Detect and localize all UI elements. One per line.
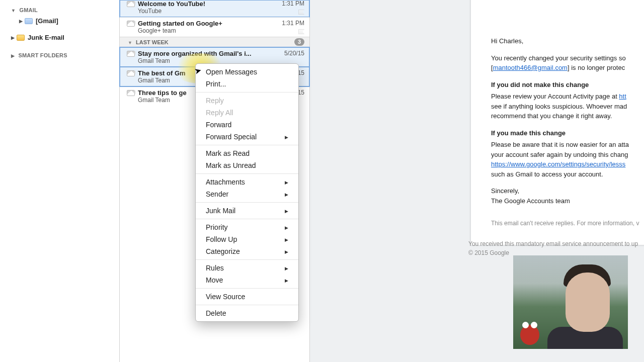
menu-item-priority[interactable]: Priority [196, 221, 298, 233]
message-time: 5/20/15 [280, 50, 304, 57]
chevron-right-icon: ▶ [11, 53, 15, 58]
no-reply-note: This email can't receive replies. For mo… [491, 219, 644, 228]
menu-item-label: Print... [206, 80, 226, 88]
menu-separator [196, 305, 298, 305]
menu-item-label: Forward [206, 121, 231, 129]
chevron-down-icon: ▼ [128, 40, 132, 45]
menu-item-label: Open Messages [206, 68, 257, 76]
menu-separator [196, 173, 298, 174]
menu-separator [196, 202, 298, 203]
message-subject: Stay more organized with Gmail's i... [138, 50, 252, 57]
link[interactable]: htt [619, 93, 626, 100]
list-section-header[interactable]: ▼ LAST WEEK 3 [120, 37, 309, 47]
junk-icon [17, 35, 25, 41]
section-label: SMART FOLDERS [18, 52, 67, 58]
chevron-right-icon [285, 248, 288, 255]
menu-item-categorize[interactable]: Categorize [196, 245, 298, 257]
body-paragraph: Please be aware that it is now easier fo… [491, 140, 644, 179]
menu-item-attachments[interactable]: Attachments [196, 176, 298, 188]
menu-item-label: Reply [206, 97, 224, 105]
menu-item-rules[interactable]: Rules [196, 262, 298, 274]
envelope-icon [127, 70, 135, 76]
sidebar-section-smart[interactable]: ▶ SMART FOLDERS [0, 50, 119, 60]
message-row[interactable]: Getting started on Google+ 1:31 PM Googl… [120, 17, 309, 37]
envelope-icon [127, 90, 135, 96]
menu-item-reply: Reply [196, 95, 298, 107]
menu-item-mark-as-read[interactable]: Mark as Read [196, 147, 298, 159]
section-label: GMAIL [19, 7, 37, 13]
message-from: Google+ team [138, 27, 304, 34]
folder-icon [25, 18, 33, 24]
menu-separator [196, 288, 298, 289]
context-menu: Open MessagesPrint...ReplyReply AllForwa… [195, 63, 299, 322]
chevron-right-icon [285, 224, 288, 231]
chevron-right-icon [285, 207, 288, 214]
message-from: YouTube [138, 8, 304, 15]
sidebar-item-label: [Gmail] [36, 17, 58, 25]
chevron-right-icon: ▶ [19, 19, 23, 24]
message-subject: Welcome to YouTube! [138, 0, 205, 8]
menu-item-label: Mark as Unread [206, 161, 256, 169]
body-heading: If you made this change [491, 128, 644, 138]
menu-item-label: Rules [206, 264, 224, 272]
sidebar-section-gmail[interactable]: ▼ GMAIL [0, 5, 119, 15]
chevron-right-icon [285, 277, 288, 284]
menu-item-label: Priority [206, 223, 228, 231]
body-paragraph: Please review your Account Activity page… [491, 92, 644, 121]
menu-item-label: Move [206, 276, 223, 284]
chevron-right-icon: ▶ [11, 35, 15, 40]
menu-item-label: Categorize [206, 247, 240, 255]
chevron-right-icon [285, 178, 288, 186]
envelope-icon [127, 1, 135, 7]
sidebar-item-gmail[interactable]: ▶ [Gmail] [0, 15, 119, 27]
menu-separator [196, 145, 298, 145]
menu-item-open-messages[interactable]: Open Messages [196, 66, 298, 78]
chevron-right-icon [285, 191, 288, 198]
link[interactable]: https://www.google.com/settings/security… [491, 160, 625, 168]
email-link[interactable]: mantooth466@gmail.com [493, 64, 568, 71]
envelope-icon [127, 51, 135, 57]
menu-separator [196, 259, 298, 260]
sidebar-item-junk[interactable]: ▶ Junk E-mail [0, 32, 119, 43]
menu-item-mark-as-unread[interactable]: Mark as Unread [196, 159, 298, 171]
webcam-overlay [513, 255, 628, 349]
menu-item-label: Reply All [206, 109, 233, 117]
menu-separator [196, 219, 298, 219]
sidebar: ▼ GMAIL ▶ [Gmail] ▶ Junk E-mail ▶ SMART … [0, 0, 120, 362]
menu-item-label: Attachments [206, 178, 245, 186]
signoff: Sincerely, The Google Accounts team [491, 186, 644, 206]
menu-item-junk-mail[interactable]: Junk Mail [196, 205, 298, 217]
chevron-right-icon [285, 133, 288, 140]
section-label: LAST WEEK [136, 39, 169, 45]
menu-item-delete[interactable]: Delete [196, 307, 298, 319]
menu-item-sender[interactable]: Sender [196, 188, 298, 200]
email-body: Hi Charles, You recently changed your se… [471, 0, 644, 245]
menu-item-view-source[interactable]: View Source [196, 291, 298, 303]
chevron-down-icon: ▼ [11, 8, 16, 13]
menu-item-label: Delete [206, 309, 226, 317]
message-row[interactable]: Welcome to YouTube! 1:31 PM YouTube [120, 0, 309, 17]
chevron-right-icon [285, 236, 288, 243]
menu-item-forward[interactable]: Forward [196, 119, 298, 131]
message-subject: Getting started on Google+ [138, 20, 222, 27]
menu-item-label: Mark as Read [206, 149, 250, 157]
body-heading: If you did not make this change [491, 80, 644, 90]
menu-item-forward-special[interactable]: Forward Special [196, 131, 298, 143]
chevron-right-icon [285, 264, 288, 272]
menu-item-label: Junk Mail [206, 207, 235, 215]
message-time: 1:31 PM [278, 0, 304, 8]
body-paragraph: You recently changed your security setti… [491, 53, 644, 73]
menu-separator [196, 92, 298, 93]
message-subject: Three tips to ge [138, 89, 187, 97]
menu-item-move[interactable]: Move [196, 274, 298, 286]
menu-item-label: View Source [206, 293, 245, 301]
envelope-icon [127, 21, 135, 27]
menu-item-label: Sender [206, 190, 228, 198]
message-subject: The best of Gm [138, 69, 186, 77]
count-badge: 3 [294, 38, 304, 46]
menu-item-follow-up[interactable]: Follow Up [196, 233, 298, 245]
menu-item-print[interactable]: Print... [196, 78, 298, 90]
message-time: 1:31 PM [278, 20, 304, 27]
greeting: Hi Charles, [491, 36, 644, 46]
menu-item-label: Forward Special [206, 133, 257, 141]
